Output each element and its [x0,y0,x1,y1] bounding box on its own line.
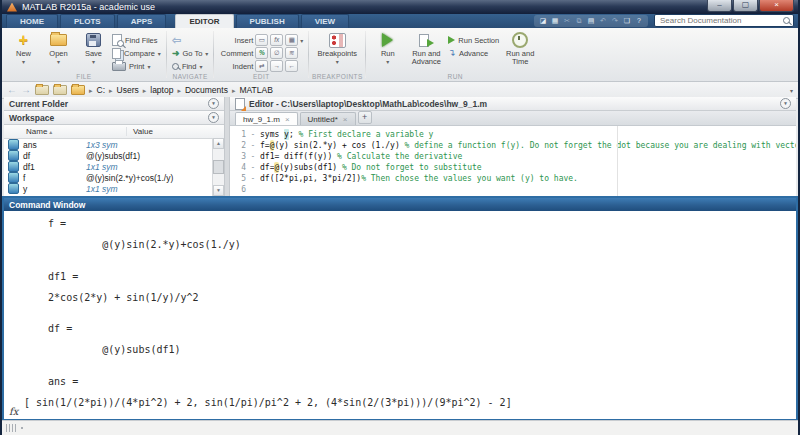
go-back-button[interactable]: ⇦ [172,34,208,46]
workspace-row-df[interactable]: df @(y)subs(df1) [4,150,224,161]
comment-icon[interactable]: % [255,47,268,59]
profile-icon[interactable]: ◪ [538,16,548,26]
minimize-button[interactable]: – [707,0,732,12]
redo-icon[interactable]: ↷ [610,16,620,26]
grip-dot-icon [21,427,23,429]
tab-editor[interactable]: EDITOR [175,14,233,28]
smart-indent-icon[interactable]: ⇄ [255,60,268,72]
workspace-row-df1[interactable]: df1 1x1 sym [4,161,224,172]
breadcrumb-laptop[interactable]: laptop [150,85,173,95]
value-column-header[interactable]: Value [127,127,153,136]
code-line-6: 6 [230,184,796,195]
open-button[interactable]: Open [42,30,75,72]
crumb-separator-icon [232,85,236,95]
indent-left-icon[interactable]: ← [285,60,298,72]
workspace-row-f[interactable]: f @(y)sin(2.*y)+cos(1./y) [4,172,224,183]
forward-arrow-icon[interactable]: → [21,84,31,96]
run-button[interactable]: Run [371,30,404,72]
find-files-icon [112,34,122,46]
code-line-3: 3-df1= diff(f(y)) % Calculate the deriva… [230,151,796,162]
browse-folder-icon[interactable] [53,85,67,95]
save-button[interactable]: Save [77,30,110,72]
sym-variable-icon [8,172,19,183]
editor-tab-untitled[interactable]: Untitled* [300,112,356,125]
tab-plots[interactable]: PLOTS [60,14,115,28]
tab-home[interactable]: HOME [6,14,58,28]
scrollbar-thumb[interactable] [213,160,224,174]
uncomment-icon[interactable]: ∅ [270,47,283,59]
workspace-row-y[interactable]: y 1x1 sym [4,183,224,194]
comment-label: Comment [219,49,253,58]
find-files-button[interactable]: Find Files [112,34,161,46]
scroll-up-icon[interactable]: ▲ [213,138,224,149]
resize-grip-icon[interactable] [6,424,18,432]
tab-apps[interactable]: APPS [117,14,167,28]
panel-menu-icon[interactable] [208,98,219,109]
address-dropdown-icon[interactable] [790,85,793,95]
switch-window-icon[interactable]: ❏ [622,16,632,26]
new-button[interactable]: + New [7,30,40,72]
current-folder-title: Current Folder [9,99,68,109]
command-window-content[interactable]: f = @(y)sin(2.*y)+cos(1./y) df1 = 2*cos(… [4,211,796,419]
ribbon-tab-bar: HOME PLOTS APPS EDITOR PUBLISH VIEW ◪ ▦ … [2,14,798,28]
command-window-header[interactable]: Command Window [4,198,796,211]
print-button[interactable]: Print [112,60,161,72]
undo-icon[interactable]: ↶ [598,16,608,26]
editor-tab-hw91[interactable]: hw_9_1.m [235,112,298,125]
scroll-down-icon[interactable]: ▼ [213,185,224,196]
edit-section-label: EDIT [214,73,308,80]
breadcrumb-users[interactable]: Users [117,85,139,95]
breadcrumb-drive[interactable]: C: [97,85,106,95]
tab-view[interactable]: VIEW [301,14,349,28]
code-editor[interactable]: 1-syms y; % First declare a variable y 2… [230,126,796,196]
insert-image-icon[interactable]: ▦ [285,34,298,46]
run-section-button[interactable]: Run Section [448,34,499,46]
breadcrumb-matlab[interactable]: MATLAB [239,85,272,95]
close-tab-icon[interactable] [343,115,348,124]
up-one-level-icon[interactable] [35,85,49,95]
cut-icon[interactable]: ✂ [562,16,572,26]
file-section: + New Open Save Find Files [2,28,166,81]
maximize-button[interactable]: ▢ [733,0,758,12]
editor-header[interactable]: Editor - C:\Users\laptop\Desktop\MathLab… [230,97,796,111]
new-tab-button[interactable] [358,111,372,124]
run-and-advance-button[interactable]: Run and Advance [406,30,446,72]
search-input[interactable] [658,15,774,26]
help-icon[interactable]: ? [634,16,644,26]
panel-menu-icon[interactable] [780,98,791,109]
wrap-comment-icon[interactable]: ≋ [285,47,298,59]
title-bar: MATLAB R2015a - academic use – ▢ × [2,0,798,14]
indent-right-icon[interactable]: → [270,60,283,72]
name-column-header[interactable]: Name [4,127,127,136]
breadcrumb-documents[interactable]: Documents [185,85,228,95]
workspace-scrollbar[interactable]: ▲ ▼ [212,138,224,196]
code-line-4: 4-df=@(y)subs(df1) % Do not forget to su… [230,162,796,173]
back-arrow-icon[interactable]: ← [7,84,17,96]
advance-icon: ↴ [448,48,456,58]
breakpoints-button[interactable]: Breakpoints [314,30,360,72]
breakpoints-section: Breakpoints BREAKPOINTS [309,28,365,81]
run-and-time-button[interactable]: Run and Time [501,30,539,72]
workspace-row-ans[interactable]: ans 1x3 sym [4,139,224,150]
close-button[interactable]: × [759,0,794,12]
save-icon[interactable]: ▦ [550,16,560,26]
close-tab-icon[interactable] [285,115,290,124]
insert-function-icon[interactable]: fx [270,34,283,46]
fx-prompt-icon[interactable]: fx [9,406,18,417]
workspace-table: Name Value ans 1x3 sym df @(y)subs(df1) … [4,125,224,196]
copy-icon[interactable]: ⧉ [574,16,584,26]
sym-variable-icon [8,183,19,194]
tab-publish[interactable]: PUBLISH [236,14,299,28]
dropdown-caret-icon [147,62,150,71]
current-folder-header[interactable]: Current Folder [4,97,224,111]
find-button[interactable]: Find [172,60,208,72]
advance-button[interactable]: ↴ Advance [448,47,499,59]
search-documentation-box[interactable] [654,14,794,27]
compare-button[interactable]: Compare [112,47,161,59]
panel-menu-icon[interactable] [208,112,219,123]
workspace-header[interactable]: Workspace [4,111,224,125]
goto-button[interactable]: ➜ Go To [172,47,208,59]
insert-section-icon[interactable]: ▭ [255,34,268,46]
editor-tab-bar: hw_9_1.m Untitled* [230,111,796,126]
paste-icon[interactable]: ▤ [586,16,596,26]
